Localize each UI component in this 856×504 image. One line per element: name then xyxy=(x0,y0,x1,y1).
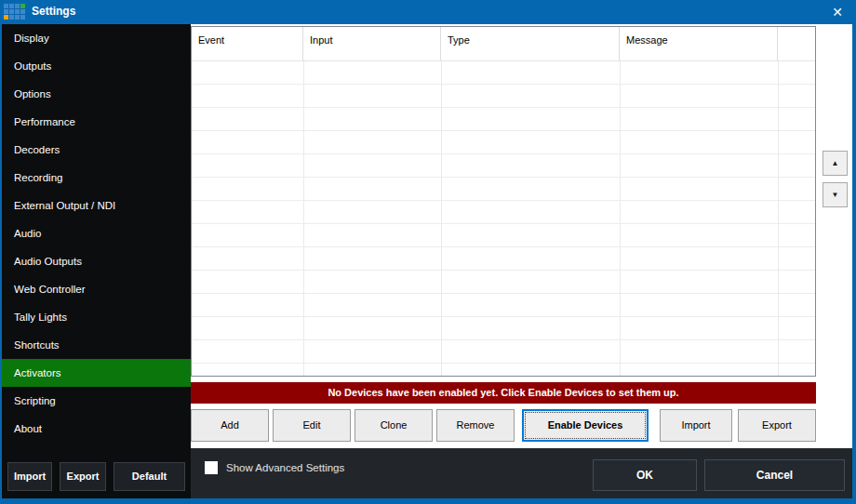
import-button[interactable]: Import xyxy=(660,409,732,442)
sidebar-item-audio-outputs[interactable]: Audio Outputs xyxy=(2,247,191,275)
add-button[interactable]: Add xyxy=(191,409,269,442)
settings-sidebar: Display Outputs Options Performance Deco… xyxy=(2,24,191,498)
show-advanced-settings-checkbox[interactable] xyxy=(205,461,218,474)
sidebar-item-tally-lights[interactable]: Tally Lights xyxy=(2,303,191,331)
column-header-spacer xyxy=(778,27,815,61)
column-divider xyxy=(620,61,621,376)
sidebar-item-audio[interactable]: Audio xyxy=(2,219,191,247)
column-header-event[interactable]: Event xyxy=(192,27,303,61)
column-header-input[interactable]: Input xyxy=(303,27,441,61)
sidebar-item-display[interactable]: Display xyxy=(2,24,191,52)
sidebar-item-scripting[interactable]: Scripting xyxy=(2,387,191,415)
table-header-row: Event Input Type Message xyxy=(192,27,815,61)
sidebar-default-button[interactable]: Default xyxy=(114,462,185,491)
sidebar-item-options[interactable]: Options xyxy=(2,80,191,108)
column-divider xyxy=(303,61,304,376)
sidebar-item-outputs[interactable]: Outputs xyxy=(2,52,191,80)
sidebar-item-web-controller[interactable]: Web Controller xyxy=(2,275,191,303)
column-divider xyxy=(441,61,442,376)
action-button-row: Add Edit Clone Remove Enable Devices Imp… xyxy=(191,409,816,443)
column-divider xyxy=(778,61,779,376)
sidebar-item-shortcuts[interactable]: Shortcuts xyxy=(2,331,191,359)
titlebar: Settings ✕ xyxy=(0,0,856,24)
ok-button[interactable]: OK xyxy=(593,459,697,491)
export-button[interactable]: Export xyxy=(738,409,816,442)
clone-button[interactable]: Clone xyxy=(354,409,433,442)
sidebar-export-button[interactable]: Export xyxy=(60,462,106,491)
settings-window: Settings ✕ Display Outputs Options Perfo… xyxy=(0,0,856,504)
sidebar-item-decoders[interactable]: Decoders xyxy=(2,136,191,164)
table-body-empty[interactable] xyxy=(192,61,815,376)
sidebar-item-performance[interactable]: Performance xyxy=(2,108,191,136)
window-title: Settings xyxy=(32,5,75,18)
move-down-button[interactable]: ▼ xyxy=(823,182,848,207)
show-advanced-settings-label: Show Advanced Settings xyxy=(226,448,344,487)
sidebar-import-button[interactable]: Import xyxy=(7,462,52,491)
vmix-logo-icon xyxy=(4,4,25,20)
sidebar-item-external-output-ndi[interactable]: External Output / NDI xyxy=(2,192,191,219)
enable-devices-button[interactable]: Enable Devices xyxy=(522,409,649,442)
column-header-message[interactable]: Message xyxy=(620,27,778,61)
activators-table: Event Input Type Message xyxy=(191,26,816,377)
activators-panel: Event Input Type Message ▲ ▼ No Devices … xyxy=(191,24,852,448)
cancel-button[interactable]: Cancel xyxy=(704,459,845,491)
dialog-footer: Show Advanced Settings OK Cancel xyxy=(191,448,852,498)
close-icon[interactable]: ✕ xyxy=(823,0,852,24)
column-header-type[interactable]: Type xyxy=(441,27,620,61)
sidebar-item-activators[interactable]: Activators xyxy=(2,359,191,387)
remove-button[interactable]: Remove xyxy=(436,409,515,442)
arrow-down-icon: ▼ xyxy=(832,191,839,199)
arrow-up-icon: ▲ xyxy=(832,159,839,167)
edit-button[interactable]: Edit xyxy=(273,409,351,442)
move-up-button[interactable]: ▲ xyxy=(823,151,848,176)
sidebar-item-recording[interactable]: Recording xyxy=(2,164,191,192)
no-devices-warning-banner: No Devices have been enabled yet. Click … xyxy=(191,382,816,404)
sidebar-item-about[interactable]: About xyxy=(2,415,191,443)
